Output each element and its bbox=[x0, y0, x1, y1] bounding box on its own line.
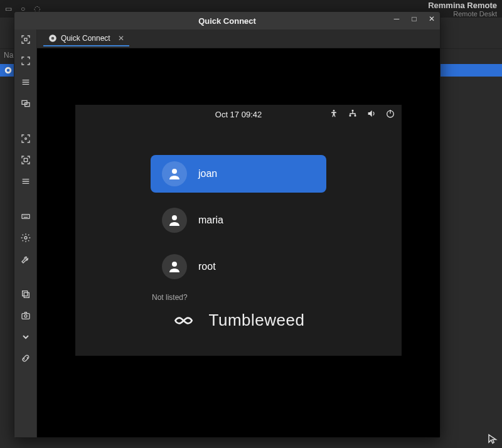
svg-rect-9 bbox=[22, 291, 27, 296]
remote-screen: Oct 17 09:42 bbox=[75, 105, 402, 356]
svg-rect-2 bbox=[24, 38, 27, 41]
svg-point-5 bbox=[24, 138, 26, 140]
power-icon[interactable] bbox=[385, 109, 395, 119]
avatar-icon bbox=[162, 161, 187, 186]
fit-icon[interactable] bbox=[19, 154, 32, 166]
cursor-icon bbox=[487, 433, 498, 444]
tab-label: Quick Connect bbox=[61, 34, 110, 43]
svg-rect-6 bbox=[24, 158, 27, 161]
user-name: joan bbox=[198, 168, 217, 179]
svg-rect-17 bbox=[355, 115, 356, 117]
duplicate-icon[interactable] bbox=[19, 288, 32, 301]
not-listed-link[interactable]: Not listed? bbox=[152, 293, 402, 302]
quick-connect-window: Quick Connect ─ □ ✕ bbox=[14, 11, 441, 438]
titlebar[interactable]: Quick Connect ─ □ ✕ bbox=[14, 12, 440, 29]
svg-rect-15 bbox=[352, 110, 354, 112]
menu2-icon[interactable] bbox=[19, 175, 32, 188]
maximize-button[interactable]: □ bbox=[410, 14, 419, 23]
avatar-icon bbox=[162, 254, 187, 279]
user-list: joan maria root bbox=[151, 155, 326, 285]
svg-rect-10 bbox=[22, 314, 29, 319]
menu-icon[interactable] bbox=[19, 76, 32, 88]
accessibility-icon[interactable] bbox=[329, 109, 339, 119]
user-name: maria bbox=[198, 215, 223, 226]
svg-point-20 bbox=[172, 215, 177, 220]
screenshot-icon[interactable] bbox=[19, 309, 32, 322]
user-item-maria[interactable]: maria bbox=[151, 201, 326, 239]
remmina-icon bbox=[48, 34, 57, 43]
window-title: Quick Connect bbox=[198, 16, 256, 26]
fullscreen-icon[interactable] bbox=[19, 55, 32, 67]
user-item-root[interactable]: root bbox=[151, 248, 326, 285]
minimize-button[interactable]: ─ bbox=[392, 14, 401, 23]
remote-top-bar: Oct 17 09:42 bbox=[75, 105, 402, 124]
svg-rect-7 bbox=[22, 215, 29, 219]
remote-clock: Oct 17 09:42 bbox=[215, 110, 262, 119]
settings-icon[interactable] bbox=[19, 232, 32, 244]
tab-close-icon[interactable]: ✕ bbox=[118, 34, 124, 43]
network-icon[interactable] bbox=[348, 109, 358, 119]
tab-quick-connect[interactable]: Quick Connect ✕ bbox=[43, 31, 129, 46]
multimonitor-icon[interactable] bbox=[19, 97, 32, 110]
tools-icon[interactable] bbox=[19, 253, 32, 265]
user-name: root bbox=[198, 261, 216, 272]
scale-icon[interactable] bbox=[19, 132, 32, 145]
svg-rect-16 bbox=[350, 115, 351, 117]
svg-point-1 bbox=[7, 69, 10, 72]
keyboard-icon[interactable] bbox=[19, 210, 32, 223]
disconnect-icon[interactable] bbox=[19, 352, 32, 365]
bg-app-title: Remmina Remote bbox=[428, 1, 497, 10]
svg-point-14 bbox=[333, 110, 335, 112]
avatar-icon bbox=[162, 208, 187, 233]
svg-point-19 bbox=[172, 169, 177, 174]
bg-icon-1: ▭ bbox=[5, 4, 12, 13]
tab-bar: Quick Connect ✕ bbox=[37, 29, 440, 48]
focus-icon[interactable] bbox=[19, 33, 32, 46]
distro-branding: Tumbleweed bbox=[75, 311, 402, 330]
user-item-joan[interactable]: joan bbox=[151, 155, 326, 193]
svg-point-21 bbox=[172, 262, 177, 267]
svg-point-8 bbox=[24, 237, 27, 239]
infinity-icon bbox=[173, 312, 200, 329]
chevron-down-icon[interactable] bbox=[19, 331, 32, 343]
distro-name: Tumbleweed bbox=[209, 311, 305, 330]
side-toolbar bbox=[14, 29, 37, 437]
svg-point-13 bbox=[51, 36, 55, 40]
remote-viewport[interactable]: Oct 17 09:42 bbox=[37, 48, 440, 437]
svg-point-11 bbox=[24, 315, 27, 317]
volume-icon[interactable] bbox=[366, 109, 376, 119]
close-button[interactable]: ✕ bbox=[427, 14, 436, 23]
